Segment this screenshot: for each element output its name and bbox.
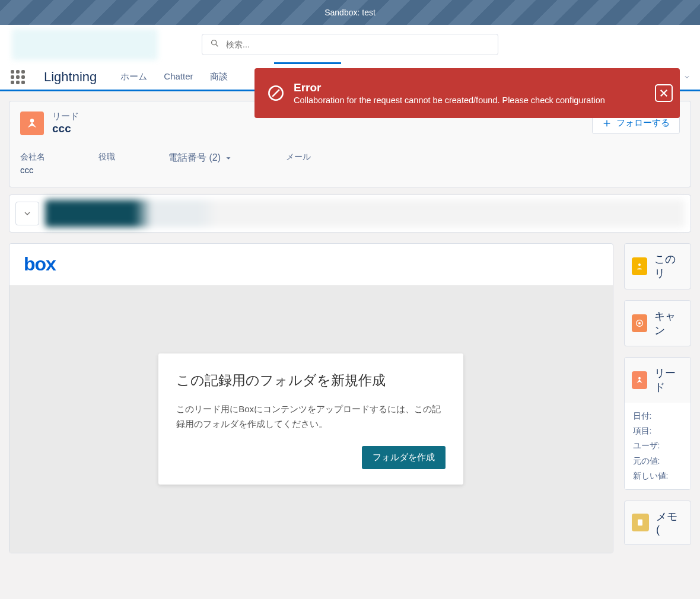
- box-body: この記録用のフォルダを新規作成 このリード用にBoxにコンテンツをアップロードす…: [9, 285, 613, 553]
- field-email: メール: [286, 152, 311, 175]
- side-card-4[interactable]: メモ (: [624, 501, 692, 545]
- global-search: [202, 34, 498, 55]
- svg-point-6: [30, 119, 34, 122]
- svg-line-3: [272, 90, 279, 97]
- company-value: ccc: [20, 165, 45, 175]
- create-folder-button[interactable]: フォルダを作成: [362, 446, 446, 469]
- history-new-label: 新しい値:: [633, 469, 683, 483]
- error-toast: Error Collaboration for the request cann…: [254, 68, 680, 118]
- object-label: リード: [52, 111, 79, 122]
- path-card: [9, 195, 691, 232]
- plus-icon: [602, 119, 612, 128]
- side-card-2-title: キャン: [654, 309, 683, 337]
- tab-chatter[interactable]: Chatter: [164, 71, 193, 82]
- lead-icon: [632, 371, 648, 389]
- field-title: 役職: [98, 152, 115, 175]
- svg-point-9: [638, 263, 641, 266]
- chevron-down-icon: [23, 209, 32, 218]
- campaign-icon: [632, 314, 648, 332]
- box-logo: box: [24, 253, 56, 275]
- close-toast-button[interactable]: [655, 84, 673, 102]
- tab-opportunity[interactable]: 商談: [210, 71, 228, 82]
- dropdown-icon: [224, 154, 233, 163]
- side-card-3-title: リード: [654, 366, 683, 394]
- svg-line-1: [216, 44, 218, 46]
- nav-tabs: ホーム Chatter 商談: [120, 71, 227, 82]
- phone-label: 電話番号 (2): [168, 152, 221, 164]
- path-toggle-button[interactable]: [15, 202, 39, 225]
- tab-home[interactable]: ホーム: [120, 71, 147, 82]
- search-input[interactable]: [202, 34, 498, 55]
- chevron-down-icon: [683, 74, 691, 81]
- active-tab-indicator: [274, 62, 341, 64]
- side-card-1-title: このリ: [654, 252, 683, 281]
- box-dialog-body: このリード用にBoxにコンテンツをアップロードするには、この記録用のフォルダを作…: [176, 402, 446, 432]
- sandbox-label: Sandbox: test: [324, 8, 376, 17]
- side-card-4-title: メモ (: [656, 509, 683, 536]
- side-card-3-header[interactable]: リード: [625, 358, 691, 403]
- side-card-1[interactable]: このリ: [624, 243, 692, 289]
- email-label: メール: [286, 152, 311, 163]
- box-create-folder-dialog: この記録用のフォルダを新規作成 このリード用にBoxにコンテンツをアップロードす…: [158, 353, 463, 485]
- lead-icon: [20, 111, 44, 135]
- path-stages[interactable]: [45, 200, 685, 227]
- note-icon: [632, 514, 649, 531]
- side-card-3: リード 日付: 項目: ユーザ: 元の値: 新しい値:: [624, 357, 692, 490]
- box-dialog-title: この記録用のフォルダを新規作成: [176, 371, 446, 390]
- error-icon: [268, 85, 284, 101]
- org-logo: [12, 29, 158, 60]
- app-name: Lightning: [44, 69, 97, 85]
- app-launcher-icon[interactable]: [9, 69, 26, 85]
- record-name: ccc: [52, 122, 79, 135]
- title-label: 役職: [98, 152, 115, 163]
- field-phone[interactable]: 電話番号 (2): [168, 152, 233, 175]
- side-card-2[interactable]: キャン: [624, 300, 692, 346]
- sandbox-banner: Sandbox: test: [0, 0, 700, 25]
- error-message: Collaboration for the request cannot be …: [294, 95, 605, 105]
- box-widget: box この記録用のフォルダを新規作成 このリード用にBoxにコンテンツをアップ…: [9, 243, 613, 553]
- error-title: Error: [294, 81, 605, 94]
- error-body: Error Collaboration for the request cann…: [294, 81, 605, 105]
- global-header: [0, 25, 700, 64]
- company-label: 会社名: [20, 152, 45, 163]
- field-company: 会社名 ccc: [20, 152, 45, 175]
- history-user-label: ユーザ:: [633, 438, 683, 453]
- record-titles: リード ccc: [52, 111, 79, 135]
- person-icon: [632, 257, 648, 275]
- svg-point-0: [212, 40, 217, 45]
- svg-rect-13: [638, 520, 642, 526]
- svg-point-11: [638, 322, 641, 324]
- close-icon: [658, 88, 669, 98]
- history-date-label: 日付:: [633, 409, 683, 423]
- history-item-label: 項目:: [633, 423, 683, 438]
- search-icon: [210, 39, 219, 50]
- history-old-label: 元の値:: [633, 454, 683, 469]
- follow-label: フォローする: [616, 117, 670, 129]
- svg-point-12: [638, 377, 641, 380]
